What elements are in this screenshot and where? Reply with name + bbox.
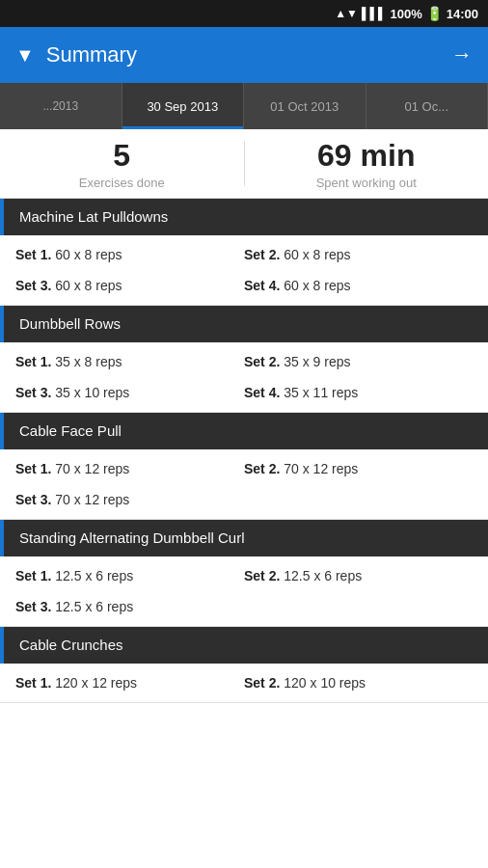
set-item: Set 3. 35 x 10 reps [15, 385, 244, 400]
sets-container-0: Set 1. 60 x 8 reps Set 2. 60 x 8 reps Se… [0, 235, 488, 306]
time-spent-label: Spent working out [316, 176, 417, 190]
exercise-name-4: Cable Crunches [19, 637, 123, 653]
set-item: Set 2. 120 x 10 reps [244, 675, 473, 691]
table-row: Set 1. 120 x 12 reps Set 2. 120 x 10 rep… [0, 667, 488, 698]
battery-icon: 🔋 [426, 6, 443, 21]
header: ▼ Summary → [0, 27, 488, 83]
set-item: Set 2. 70 x 12 reps [244, 461, 473, 476]
exercise-header-0: Machine Lat Pulldowns [0, 199, 488, 235]
date-tab-2[interactable]: 01 Oct 2013 [244, 83, 366, 129]
set-item: Set 3. 70 x 12 reps [15, 492, 244, 507]
sets-container-2: Set 1. 70 x 12 reps Set 2. 70 x 12 reps … [0, 449, 488, 520]
chevron-down-icon[interactable]: ▼ [15, 44, 35, 67]
sets-container-3: Set 1. 12.5 x 6 reps Set 2. 12.5 x 6 rep… [0, 556, 488, 627]
set-item: Set 1. 12.5 x 6 reps [15, 568, 244, 583]
time-spent-stat: 69 min Spent working out [245, 129, 489, 198]
set-item: Set 1. 35 x 8 reps [15, 354, 244, 369]
exercise-name-2: Cable Face Pull [19, 422, 122, 439]
set-item [244, 599, 473, 614]
date-tab-3[interactable]: 01 Oc... [366, 83, 489, 129]
status-bar: ▲▼ ▌▌▌ 100% 🔋 14:00 [0, 0, 488, 27]
exercise-header-3: Standing Alternating Dumbbell Curl [0, 520, 488, 556]
exercises-done-label: Exercises done [79, 176, 165, 190]
content-area: 5 Exercises done 69 min Spent working ou… [0, 129, 488, 868]
set-item: Set 2. 60 x 8 reps [244, 247, 473, 262]
set-item: Set 2. 12.5 x 6 reps [244, 568, 473, 583]
exercise-header-2: Cable Face Pull [0, 413, 488, 449]
wifi-icon: ▲▼ [335, 7, 358, 20]
set-item: Set 1. 120 x 12 reps [15, 675, 244, 691]
header-left: ▼ Summary [15, 42, 137, 68]
table-row: Set 3. 60 x 8 reps Set 4. 60 x 8 reps [0, 270, 488, 301]
set-item: Set 2. 35 x 9 reps [244, 354, 473, 369]
table-row: Set 3. 70 x 12 reps [0, 484, 488, 515]
table-row: Set 3. 12.5 x 6 reps [0, 591, 488, 622]
status-icons: ▲▼ ▌▌▌ 100% 🔋 14:00 [335, 6, 478, 21]
page-title: Summary [46, 42, 137, 68]
exercise-header-1: Dumbbell Rows [0, 306, 488, 342]
exercise-name-1: Dumbbell Rows [19, 315, 121, 332]
exercise-name-3: Standing Alternating Dumbbell Curl [19, 529, 244, 546]
set-item [244, 492, 473, 507]
battery-percent: 100% [391, 7, 422, 21]
time-display: 14:00 [447, 7, 478, 21]
table-row: Set 1. 60 x 8 reps Set 2. 60 x 8 reps [0, 239, 488, 270]
set-item: Set 1. 70 x 12 reps [15, 461, 244, 476]
set-item: Set 3. 60 x 8 reps [15, 278, 244, 293]
set-item: Set 3. 12.5 x 6 reps [15, 599, 244, 614]
exercises-done-stat: 5 Exercises done [0, 129, 244, 198]
sets-container-1: Set 1. 35 x 8 reps Set 2. 35 x 9 reps Se… [0, 342, 488, 413]
table-row: Set 1. 35 x 8 reps Set 2. 35 x 9 reps [0, 346, 488, 377]
table-row: Set 1. 12.5 x 6 reps Set 2. 12.5 x 6 rep… [0, 560, 488, 591]
table-row: Set 3. 35 x 10 reps Set 4. 35 x 11 reps [0, 377, 488, 408]
sets-container-4: Set 1. 120 x 12 reps Set 2. 120 x 10 rep… [0, 664, 488, 703]
set-item: Set 1. 60 x 8 reps [15, 247, 244, 262]
signal-icon: ▌▌▌ [362, 7, 387, 20]
table-row: Set 1. 70 x 12 reps Set 2. 70 x 12 reps [0, 453, 488, 484]
date-tab-1[interactable]: 30 Sep 2013 [122, 83, 245, 129]
date-tabs: ...2013 30 Sep 2013 01 Oct 2013 01 Oc... [0, 83, 488, 129]
set-item: Set 4. 35 x 11 reps [244, 385, 473, 400]
stats-row: 5 Exercises done 69 min Spent working ou… [0, 129, 488, 199]
exercise-header-4: Cable Crunches [0, 627, 488, 664]
set-item: Set 4. 60 x 8 reps [244, 278, 473, 293]
exercise-name-0: Machine Lat Pulldowns [19, 208, 168, 225]
time-spent-number: 69 min [317, 138, 415, 174]
arrow-right-icon[interactable]: → [451, 42, 473, 68]
exercises-done-number: 5 [113, 138, 130, 174]
date-tab-0[interactable]: ...2013 [0, 83, 122, 129]
